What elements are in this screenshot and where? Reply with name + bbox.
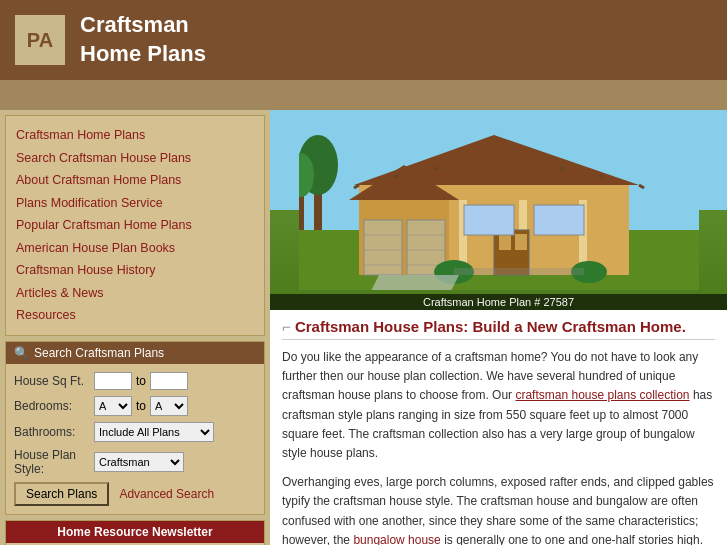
svg-rect-23 [515,234,527,250]
nav-search-plans[interactable]: Search Craftsman House Plans [16,147,254,170]
sidebar: Craftsman Home Plans Search Craftsman Ho… [0,110,270,545]
search-header: 🔍 Search Craftsman Plans [6,342,264,364]
nav-resources[interactable]: Resources [16,304,254,327]
nav-about[interactable]: About Craftsman Home Plans [16,169,254,192]
nav-popular[interactable]: Popular Craftsman Home Plans [16,214,254,237]
search-button[interactable]: Search Plans [14,482,109,506]
nav-history[interactable]: Craftsman House History [16,259,254,282]
bedrooms-max-select[interactable]: A12345 [150,396,188,416]
svg-rect-34 [454,268,584,275]
search-header-label: Search Craftsman Plans [34,346,164,360]
sqft-label: House Sq Ft. [14,374,94,388]
svg-rect-22 [499,234,511,250]
top-image-strip [0,80,727,110]
image-caption: Craftsman Home Plan # 27587 [270,294,727,310]
style-label: House Plan Style: [14,448,94,476]
bathrooms-label: Bathrooms: [14,425,94,439]
svg-rect-10 [364,220,402,275]
bedrooms-to-label: to [136,399,146,413]
bathrooms-row: Bathrooms: Include All Plans 123 [14,422,256,442]
content-paragraph-1: Do you like the appearance of a craftsma… [282,348,715,463]
content-area: Craftsman House Plans: Build a New Craft… [270,310,727,545]
craftsman-collection-link[interactable]: craftsman house plans collection [515,388,689,402]
advanced-search-link[interactable]: Advanced Search [119,487,214,501]
style-row: House Plan Style: Craftsman Colonial Ran… [14,448,256,476]
house-illustration [299,130,699,290]
nav-modification[interactable]: Plans Modification Service [16,192,254,215]
style-select[interactable]: Craftsman Colonial Ranch [94,452,184,472]
header: PA Craftsman Home Plans [0,0,727,80]
nav-menu: Craftsman Home Plans Search Craftsman Ho… [5,115,265,336]
logo-icon: PA [15,15,65,65]
nav-books[interactable]: American House Plan Books [16,237,254,260]
main-layout: Craftsman Home Plans Search Craftsman Ho… [0,110,727,545]
bathrooms-select[interactable]: Include All Plans 123 [94,422,214,442]
sqft-min-input[interactable] [94,372,132,390]
svg-rect-24 [464,205,514,235]
nav-articles[interactable]: Articles & News [16,282,254,305]
bedrooms-row: Bedrooms: A12345 to A12345 [14,396,256,416]
house-image-container: Craftsman Home Plan # 27587 [270,110,727,310]
content-title: Craftsman House Plans: Build a New Craft… [282,318,715,340]
bedrooms-label: Bedrooms: [14,399,94,413]
sqft-row: House Sq Ft. to [14,372,256,390]
search-icon: 🔍 [14,346,29,360]
site-title: Craftsman Home Plans [80,11,206,68]
sqft-max-input[interactable] [150,372,188,390]
bedrooms-min-select[interactable]: A12345 [94,396,132,416]
sqft-to-label: to [136,374,146,388]
main-content: Craftsman Home Plan # 27587 Craftsman Ho… [270,110,727,545]
search-box: 🔍 Search Craftsman Plans House Sq Ft. to… [5,341,265,515]
newsletter-header: Home Resource Newsletter [6,521,264,543]
svg-rect-25 [534,205,584,235]
svg-marker-35 [369,275,459,290]
bungalow-house-link[interactable]: bungalow house [353,533,440,545]
newsletter-box: Home Resource Newsletter Sign up for our… [5,520,265,546]
house-image-background [270,110,727,310]
content-paragraph-2: Overhanging eves, large porch columns, e… [282,473,715,545]
nav-craftsman-home-plans[interactable]: Craftsman Home Plans [16,124,254,147]
